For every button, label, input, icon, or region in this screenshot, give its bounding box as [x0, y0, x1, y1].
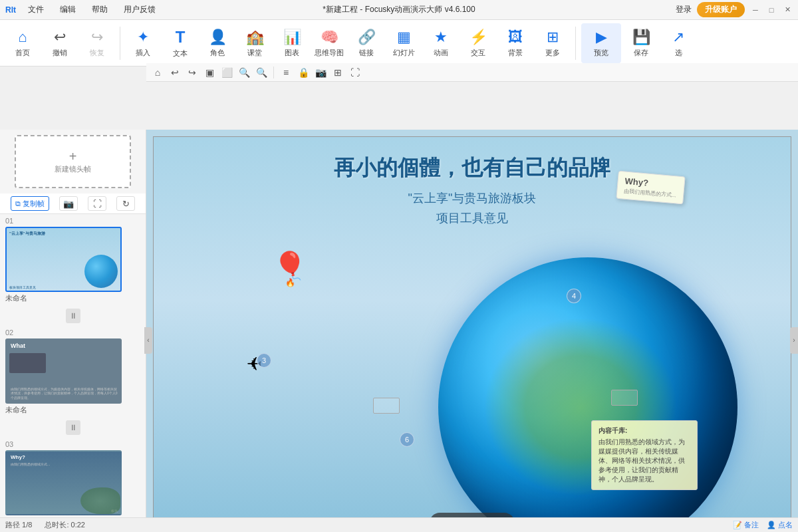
- sub-lock-icon[interactable]: 🔒: [296, 65, 311, 80]
- menu-feedback[interactable]: 用户反馈: [120, 3, 160, 17]
- save-icon: 💾: [632, 29, 650, 46]
- sub-align-icon[interactable]: ≡: [279, 65, 293, 80]
- tool-select[interactable]: ↗ 选: [661, 23, 696, 63]
- tool-insert[interactable]: ✦ 插入: [126, 23, 160, 63]
- tool-text[interactable]: T 文本: [163, 23, 198, 63]
- balloon-fire-icon: 🔥: [273, 278, 307, 287]
- menu-edit[interactable]: 编辑: [56, 3, 80, 17]
- login-button[interactable]: 登录: [676, 4, 692, 15]
- sub-zoom-out-icon[interactable]: 🔍: [254, 65, 269, 80]
- text-icon: T: [176, 28, 186, 47]
- close-button[interactable]: ✕: [782, 5, 793, 15]
- tool-insert-label: 插入: [136, 48, 150, 58]
- tool-text-label: 文本: [173, 49, 188, 59]
- tool-class[interactable]: 🏫 课堂: [237, 23, 272, 63]
- title-bar-left: RIt 文件 编辑 帮助 用户反馈: [5, 3, 160, 17]
- sub-back-icon[interactable]: ↩: [168, 65, 182, 80]
- tool-animation-label: 动画: [434, 48, 448, 58]
- upgrade-button[interactable]: 升级账户: [697, 2, 745, 17]
- menu-file[interactable]: 文件: [24, 3, 48, 17]
- undo-icon: ↩: [54, 29, 66, 46]
- tool-more[interactable]: ⊞ 更多: [535, 23, 570, 63]
- minimize-button[interactable]: ─: [750, 5, 761, 15]
- balloon: 🎈 🔥: [273, 250, 307, 287]
- slideshow-icon: ▦: [397, 29, 411, 46]
- sub-expand-icon[interactable]: ⛶: [348, 65, 362, 80]
- slide-01-thumb[interactable]: "云上享"与贵马旅游 板块项目工具意见: [5, 227, 122, 292]
- tool-home[interactable]: ⌂ 首页: [5, 23, 40, 63]
- slide-subtitle2: 项目工具意见: [154, 210, 791, 226]
- tool-background[interactable]: 🖼 背景: [498, 23, 533, 63]
- bubble-6: 6: [400, 432, 414, 447]
- tool-character-label: 角色: [210, 48, 225, 58]
- menu-help[interactable]: 帮助: [88, 3, 112, 17]
- tool-preview[interactable]: ▶ 预览: [581, 23, 621, 63]
- chart-icon: 📊: [283, 29, 301, 46]
- tool-link[interactable]: 🔗 链接: [349, 23, 384, 63]
- tool-animation[interactable]: ★ 动画: [424, 23, 458, 63]
- sub-toolbar: ⌂ ↩ ↪ ▣ ⬜ 🔍 🔍 ≡ 🔒 📷 ⊞ ⛶: [146, 63, 798, 82]
- tool-character[interactable]: 👤 角色: [200, 23, 235, 63]
- fit-frame-button[interactable]: ⛶: [88, 196, 106, 211]
- tool-undo-label: 撤销: [53, 48, 67, 58]
- link-icon: 🔗: [358, 29, 376, 46]
- tool-save[interactable]: 💾 保存: [624, 23, 658, 63]
- copy-icon: ⧉: [15, 200, 21, 208]
- maximize-button[interactable]: □: [766, 5, 777, 15]
- sub-grid-icon[interactable]: ⊞: [331, 65, 345, 80]
- background-icon: 🖼: [508, 29, 523, 46]
- tool-redo[interactable]: ↪ 恢复: [80, 23, 114, 63]
- toolbar-divider-2: [575, 27, 576, 60]
- why-card: Why? 由我们用熟悉的方式...: [616, 171, 686, 205]
- tool-more-label: 更多: [545, 48, 560, 58]
- mark-status-icon: 👤: [767, 521, 776, 529]
- slide-canvas[interactable]: 再小的個體，也有自己的品牌 "云上享"与贵马旅游板块 项目工具意见 🎈 🔥 ✈ …: [153, 136, 791, 532]
- selection-handle[interactable]: [611, 390, 638, 406]
- statusbar-right: 📝 备注 👤 点名: [733, 520, 793, 530]
- insert-icon: ✦: [137, 29, 149, 46]
- tool-select-label: 选: [675, 48, 682, 58]
- main-area: + 新建镜头帧 ⧉ 复制帧 📷 ⛶ ↻ 01 "云上享"与贵马旅游 板块项目工具…: [0, 130, 798, 532]
- sub-home-icon[interactable]: ⌂: [150, 65, 165, 80]
- sub-divider: [273, 66, 274, 78]
- collapse-panel-button[interactable]: ‹: [144, 327, 152, 354]
- slide-sep-02-icon[interactable]: ⏸: [66, 420, 80, 435]
- redo-icon: ↪: [91, 29, 103, 46]
- slide-title: 再小的個體，也有自己的品牌: [154, 154, 791, 183]
- tool-chart[interactable]: 📊 图表: [275, 23, 309, 63]
- panel-icons: ⧉ 复制帧 📷 ⛶ ↻: [0, 194, 146, 214]
- slide-03-thumb[interactable]: Why? 由我们用熟悉的领域方式... 板块: [5, 450, 122, 515]
- new-frame-label: 新建镜头帧: [55, 164, 91, 174]
- sub-zoom-in-icon[interactable]: 🔍: [237, 65, 251, 80]
- sub-camera-icon[interactable]: 📷: [313, 65, 328, 80]
- sub-fwd-icon[interactable]: ↪: [185, 65, 200, 80]
- statusbar-left: 路径 1/8 总时长: 0:22: [5, 520, 85, 530]
- notes-status-button[interactable]: 📝 备注: [733, 520, 759, 530]
- expand-right-button[interactable]: ›: [790, 327, 798, 354]
- copy-frame-button[interactable]: ⧉ 复制帧: [11, 196, 49, 211]
- new-frame-area: + 新建镜头帧: [0, 130, 146, 194]
- mark-status-button[interactable]: 👤 点名: [767, 520, 793, 530]
- duration-label: 总时长: 0:22: [45, 521, 85, 529]
- character-icon: 👤: [209, 29, 227, 46]
- camera-frame-button[interactable]: 📷: [59, 196, 78, 211]
- new-frame-button[interactable]: + 新建镜头帧: [15, 135, 131, 188]
- slide-sep-01-icon[interactable]: ⏸: [66, 309, 80, 323]
- rotate-frame-button[interactable]: ↻: [116, 196, 135, 211]
- tool-slideshow[interactable]: ▦ 幻灯片: [386, 23, 421, 63]
- copy-frame-label: 复制帧: [23, 199, 45, 209]
- tool-interact[interactable]: ⚡ 交互: [461, 23, 495, 63]
- sub-frame2-icon[interactable]: ⬜: [219, 65, 234, 80]
- slide-02-thumb[interactable]: What 由我们用熟悉的领域方式，为媒提供内容，相关传统媒体，网络等相关技术情况…: [5, 338, 122, 404]
- sub-frame1-icon[interactable]: ▣: [202, 65, 217, 80]
- small-rect[interactable]: [373, 398, 400, 414]
- tool-interact-label: 交互: [471, 48, 485, 58]
- tool-home-label: 首页: [15, 48, 30, 58]
- slide-03-container: 03 Why? 由我们用熟悉的领域方式... 板块 未命名: [0, 438, 146, 529]
- tool-undo[interactable]: ↩ 撤销: [43, 23, 77, 63]
- tool-mindmap-label: 思维导图: [315, 48, 344, 58]
- slide-01-label: 未命名: [5, 293, 140, 303]
- new-frame-plus-icon: +: [69, 149, 77, 164]
- canvas-area[interactable]: 再小的個體，也有自己的品牌 "云上享"与贵马旅游板块 项目工具意见 🎈 🔥 ✈ …: [146, 130, 798, 532]
- tool-mindmap[interactable]: 🧠 思维导图: [312, 23, 346, 63]
